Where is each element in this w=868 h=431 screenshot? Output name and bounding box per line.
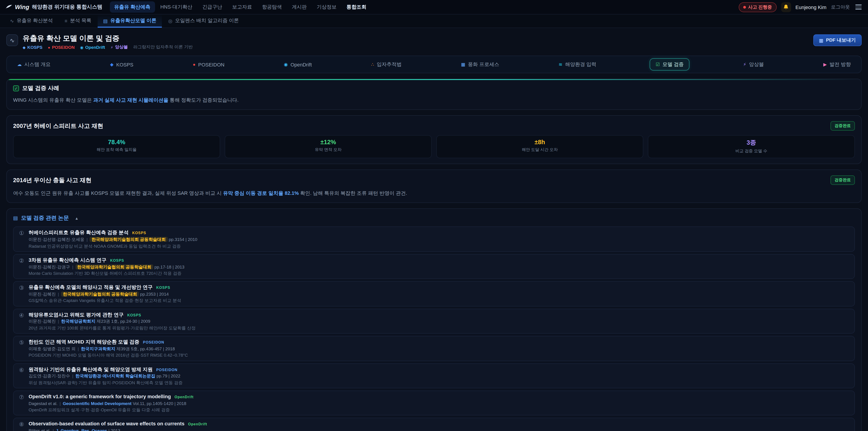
- stat-value: 78.4%: [13, 139, 220, 146]
- nav-item[interactable]: 긴급구난: [198, 1, 227, 13]
- paper-title: 원격탐사 기반의 유출유 확산예측 및 해양오염 방제 지원: [29, 366, 153, 372]
- tab-label: 유출유 확산분석: [17, 17, 53, 24]
- paper-meta: Dagestad et al. | Geoscientific Model De…: [29, 401, 849, 406]
- menu-icon[interactable]: [855, 3, 863, 11]
- validation-title-row: ✓ 모델 검증 사례: [13, 85, 855, 92]
- app-window: Wing 해양환경 위기대응 통합시스템 유출유 확산예측 HNS·대기확산 긴…: [0, 0, 868, 431]
- paper-number: ③: [19, 284, 24, 303]
- paper-title-row: OpenDrift v1.0: a generic framework for …: [29, 394, 849, 399]
- notification-bell-icon[interactable]: [781, 2, 791, 12]
- paper-authors: 이재호·임병준·김도연 외: [29, 346, 75, 351]
- tab-icon: ≡: [65, 18, 67, 23]
- paper-journal[interactable]: J. Geophys. Res. Oceans: [56, 428, 107, 431]
- pdf-export-button[interactable]: ▥ PDF 내보내기: [813, 34, 862, 46]
- section-nav-item[interactable]: ● POSEIDON: [187, 59, 230, 70]
- section-nav-label: 발전 방향: [830, 61, 851, 68]
- section-nav-icon: ◉: [284, 62, 288, 67]
- paper-journal[interactable]: 한국해양과학기술협의회 공동학술대회: [61, 291, 139, 297]
- nav-item[interactable]: 통합조회: [342, 1, 371, 13]
- nav-item[interactable]: 게시판: [287, 1, 311, 13]
- stat-box: ±12% 유막 면적 오차: [225, 135, 432, 158]
- paper-number: ⑥: [19, 366, 24, 385]
- nav-item[interactable]: HNS·대기확산: [156, 1, 197, 13]
- paper-journal[interactable]: 한국해양환경·에너지학회 학술대회논문집: [75, 373, 156, 378]
- paper-title: 3차원 유출유 확산예측 시스템 연구: [29, 257, 106, 263]
- paper-model-badge: KOSPS: [156, 286, 170, 290]
- paper-row[interactable]: ⑦ OpenDrift v1.0: a generic framework fo…: [13, 391, 855, 415]
- paper-row[interactable]: ⑧ Observation-based evaluation of surfac…: [13, 418, 855, 431]
- paper-row[interactable]: ⑥ 원격탐사 기반의 유출유 확산예측 및 해양오염 방제 지원 POSEIDO…: [13, 363, 855, 388]
- section-nav-item[interactable]: ⚡ 앙상블: [737, 59, 770, 71]
- tab-icon: ◎: [168, 18, 172, 23]
- section-nav-icon: ☁: [17, 62, 22, 67]
- check-icon: ✓: [13, 86, 19, 92]
- paper-model-badge: POSEIDON: [156, 368, 178, 372]
- nav-item[interactable]: 기상정보: [312, 1, 341, 13]
- section-nav-item[interactable]: ▶ 발전 방향: [817, 59, 857, 71]
- page-subtitle: 라그랑지안 입자추적 이론 기반: [133, 44, 193, 51]
- paper-body: OpenDrift v1.0: a generic framework for …: [29, 394, 849, 412]
- paper-row[interactable]: ④ 해양유류오염사고 위해도 평가에 관한 연구 KOSPS 이문진·김혜진 |…: [13, 309, 855, 334]
- paper-journal[interactable]: 한국해양과학기술협의회 공동학술대회: [75, 264, 153, 269]
- section-nav-item[interactable]: ∴ 입자추적법: [365, 59, 408, 71]
- paper-pages: | 2013: [108, 428, 120, 431]
- tab[interactable]: ▤ 유출유확산모델 이론: [98, 14, 162, 28]
- paper-description: 위성 원격탐사(SAR·광학) 기반 유출유 탐지·POSEIDON 확산예측 …: [29, 380, 849, 385]
- paper-journal[interactable]: Geoscientific Model Development: [63, 401, 131, 406]
- section-nav-item[interactable]: ☁ 시스템 개요: [11, 59, 57, 71]
- paper-row[interactable]: ② 3차원 유출유 확산예측 시스템 연구 KOSPS 이문진·김혜진·강권구 …: [13, 254, 855, 279]
- case-2014-title: 2014년 우이산 충돌 사고 재현: [13, 176, 92, 184]
- paper-meta: 이문진·김혜진 | 한국해양과학기술협의회 공동학술대회 pp.2353 | 2…: [29, 291, 849, 297]
- app-logo[interactable]: Wing 해양환경 위기대응 통합시스템: [5, 4, 102, 10]
- tab-label: 분석 목록: [70, 17, 91, 24]
- meta-separator: |: [72, 373, 73, 378]
- case-2007-title: 2007년 허베이 스피리트 사고 재현: [13, 122, 103, 130]
- section-nav-icon: ▦: [461, 62, 465, 67]
- collapse-icon[interactable]: ▲: [75, 216, 79, 221]
- stat-box: 3종 비교 검증 모델 수: [648, 135, 855, 158]
- paper-number: ⑦: [19, 394, 24, 412]
- incident-status-badge[interactable]: 사고 진행중: [739, 2, 776, 12]
- paper-body: Observation-based evaluation of surface …: [29, 421, 849, 431]
- page-content: ∿ 유출유 확산 모델 이론 및 검증 ◆ KOSPS ●: [0, 28, 868, 431]
- section-nav-icon: ≋: [559, 62, 562, 67]
- paper-number: ⑤: [19, 339, 24, 358]
- section-nav-item[interactable]: ▦ 풍화 프로세스: [455, 59, 505, 71]
- simulation-link[interactable]: 과거 실제 사고 재현 시뮬레이션을: [93, 97, 168, 103]
- tab[interactable]: ∿ 유출유 확산분석: [4, 14, 58, 28]
- paper-title: 유출유 확산예측 모델의 해양사고 적용 및 개선방안 연구: [29, 284, 153, 290]
- tab[interactable]: ≡ 분석 목록: [59, 14, 97, 28]
- paper-body: 원격탐사 기반의 유출유 확산예측 및 해양오염 방제 지원 POSEIDON …: [29, 366, 849, 385]
- nav-item[interactable]: 보고자료: [228, 1, 256, 13]
- section-nav-icon: ☑: [656, 62, 660, 67]
- paper-journal[interactable]: 한국지구과학회지: [81, 346, 115, 351]
- paper-row[interactable]: ③ 유출유 확산예측 모델의 해양사고 적용 및 개선방안 연구 KOSPS 이…: [13, 281, 855, 306]
- stat-value: ±8h: [437, 139, 643, 146]
- paper-authors: 이문진·김혜진·강권구: [29, 264, 70, 269]
- validation-intro-card: ✓ 모델 검증 사례 WING 시스템의 유출유 확산 모델은 과거 실제 사고…: [6, 79, 862, 110]
- tab[interactable]: ◎ 오일펜스 배치 알고리즘 이론: [163, 14, 244, 28]
- section-nav-label: POSEIDON: [198, 62, 224, 67]
- logout-button[interactable]: 로그아웃: [831, 4, 850, 10]
- paper-pages: 제23권 1호, pp.24-30 | 2009: [97, 319, 150, 324]
- paper-authors: 이문진·김혜진: [29, 291, 56, 297]
- case-2007-card: 2007년 허베이 스피리트 사고 재현 검증완료 78.4% 해안 표착 예측…: [6, 116, 862, 164]
- section-nav-item[interactable]: ◉ OpenDrift: [278, 59, 318, 70]
- paper-row[interactable]: ① 허베이스피리트호 유출유 확산예측 검증 분석 KOSPS 이문진·김선영·…: [13, 227, 855, 252]
- paper-row[interactable]: ⑤ 한반도 인근 해역 MOHID 지역 해양순환 모델 검증 POSEIDON…: [13, 336, 855, 361]
- paper-journal[interactable]: 한국해양과학기술협의회 공동학술대회: [90, 237, 167, 242]
- nav-item[interactable]: 유출유 확산예측: [110, 1, 155, 13]
- nav-item[interactable]: 항공탐색: [257, 1, 286, 13]
- stat-label: 해안 도달 시간 오차: [437, 147, 643, 153]
- section-nav-item[interactable]: ☑ 모델 검증: [650, 59, 690, 71]
- paper-journal[interactable]: 한국해양공학회지: [61, 319, 95, 324]
- section-nav-item[interactable]: ◆ KOSPS: [104, 59, 139, 70]
- section-nav-item[interactable]: ≋ 해양환경 입력: [553, 59, 602, 71]
- model-badge-icon: ◉: [80, 45, 84, 50]
- meta-separator: |: [58, 291, 59, 297]
- section-nav-icon: ∴: [371, 62, 374, 67]
- paper-authors: 이문진·김혜진: [29, 319, 56, 324]
- tab-icon: ▤: [103, 18, 107, 23]
- paper-description: POSEIDON 기반 MOHID 모델 동아시아 해역 2016년 검증·SS…: [29, 352, 849, 358]
- match-rate-link[interactable]: 유막 중심 이동 경로 일치율 82.1%: [223, 190, 299, 196]
